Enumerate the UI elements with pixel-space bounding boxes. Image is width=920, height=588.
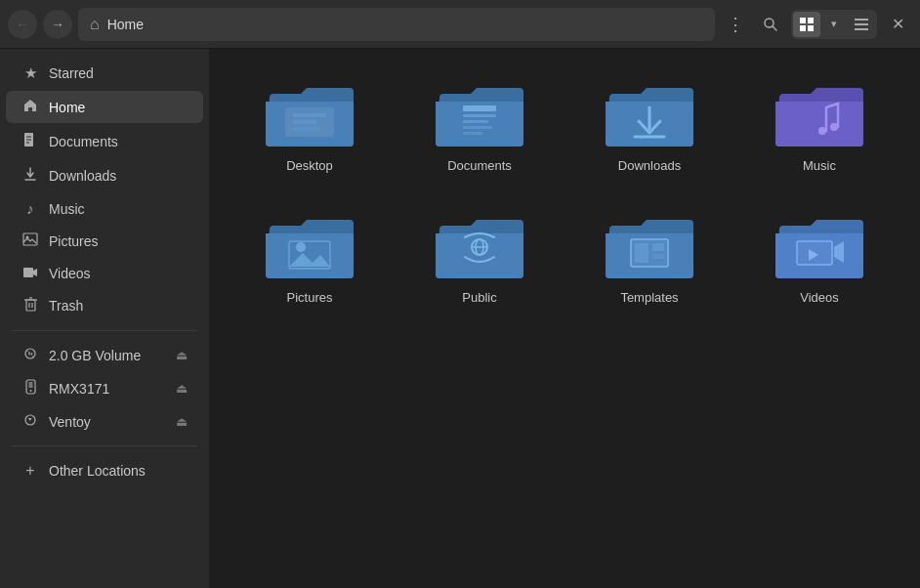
svg-point-24	[29, 390, 31, 392]
sort-button[interactable]: ▾	[820, 12, 848, 37]
sidebar-item-starred-label: Starred	[49, 65, 94, 81]
view-controls: ▾	[791, 10, 877, 39]
forward-button[interactable]: →	[43, 10, 72, 39]
svg-rect-3	[808, 18, 814, 23]
file-item-documents[interactable]: Documents	[402, 68, 557, 185]
svg-point-39	[296, 242, 306, 252]
file-area: Desktop Documents	[209, 49, 920, 588]
trash-icon	[21, 297, 39, 315]
search-button[interactable]	[756, 10, 785, 39]
sidebar-item-ventoy[interactable]: Ventoy ⏏	[6, 406, 203, 437]
folder-music-icon	[775, 80, 863, 150]
eject-volume-button[interactable]: ⏏	[176, 348, 188, 362]
documents-icon	[21, 132, 39, 150]
sidebar-item-starred[interactable]: ★ Starred	[6, 58, 203, 89]
sidebar-item-music-label: Music	[49, 201, 85, 217]
file-label-downloads: Downloads	[618, 158, 681, 173]
svg-rect-32	[463, 120, 488, 123]
sidebar-item-other-locations[interactable]: + Other Locations	[6, 455, 203, 486]
svg-rect-47	[652, 254, 664, 259]
file-label-videos: Videos	[800, 290, 839, 305]
folder-documents-icon	[436, 80, 523, 150]
sidebar-item-trash[interactable]: Trash	[6, 290, 203, 321]
sidebar: ★ Starred Home Documents	[0, 49, 209, 588]
svg-rect-23	[28, 382, 32, 388]
sidebar-item-rmx[interactable]: RMX3171 ⏏	[6, 372, 203, 404]
address-text: Home	[107, 17, 144, 32]
sidebar-item-volume[interactable]: 2.0 GB Volume ⏏	[6, 340, 203, 370]
home-icon	[21, 98, 39, 116]
file-label-templates: Templates	[620, 290, 678, 305]
folder-videos-icon	[775, 212, 863, 282]
sidebar-item-volume-label: 2.0 GB Volume	[49, 348, 141, 363]
file-item-pictures[interactable]: Pictures	[232, 200, 387, 316]
file-item-desktop[interactable]: Desktop	[232, 68, 387, 185]
back-button[interactable]: ←	[8, 10, 37, 39]
downloads-icon	[21, 166, 39, 185]
sidebar-item-home-label: Home	[49, 100, 85, 115]
starred-icon: ★	[21, 64, 39, 82]
svg-line-1	[773, 26, 776, 30]
file-item-templates[interactable]: Templates	[572, 200, 727, 316]
volume-icon	[21, 347, 39, 363]
sidebar-item-videos-label: Videos	[49, 266, 91, 281]
close-button[interactable]: ✕	[883, 10, 912, 39]
svg-point-37	[818, 127, 826, 135]
file-item-public[interactable]: Public	[402, 200, 557, 316]
sidebar-item-pictures[interactable]: Pictures	[6, 226, 203, 256]
home-address-icon: ⌂	[90, 16, 100, 33]
sidebar-item-downloads-label: Downloads	[49, 168, 116, 184]
sidebar-item-documents[interactable]: Documents	[6, 125, 203, 157]
folder-templates-icon	[606, 212, 693, 282]
file-item-music[interactable]: Music	[742, 68, 897, 185]
address-bar: ⌂ Home	[78, 8, 715, 41]
svg-rect-2	[800, 18, 806, 23]
sidebar-item-videos[interactable]: Videos	[6, 258, 203, 288]
svg-rect-30	[463, 105, 496, 111]
svg-rect-13	[23, 233, 37, 245]
list-view-button[interactable]	[848, 12, 875, 37]
file-item-downloads[interactable]: Downloads	[572, 68, 727, 185]
file-label-desktop: Desktop	[286, 158, 333, 173]
sidebar-item-home[interactable]: Home	[6, 91, 203, 123]
svg-rect-33	[463, 126, 492, 129]
grid-view-button[interactable]	[793, 12, 820, 37]
rmx-icon	[21, 379, 39, 398]
file-item-videos[interactable]: Videos	[742, 200, 897, 316]
folder-public-icon	[436, 212, 523, 282]
svg-rect-4	[800, 25, 806, 31]
videos-icon	[21, 265, 39, 281]
sidebar-item-documents-label: Documents	[49, 134, 118, 149]
svg-rect-29	[293, 127, 320, 131]
sidebar-item-other-locations-label: Other Locations	[49, 463, 146, 479]
other-locations-icon: +	[21, 462, 39, 480]
main-content: ★ Starred Home Documents	[0, 49, 920, 588]
sidebar-item-music[interactable]: ♪ Music	[6, 193, 203, 224]
folder-desktop-icon	[266, 80, 354, 150]
svg-rect-15	[23, 268, 33, 277]
folder-pictures-icon	[266, 212, 354, 282]
svg-rect-6	[855, 19, 868, 21]
svg-rect-28	[293, 120, 316, 124]
sidebar-divider-1	[12, 330, 197, 331]
file-label-pictures: Pictures	[287, 290, 333, 305]
eject-ventoy-button[interactable]: ⏏	[176, 414, 188, 429]
eject-rmx-button[interactable]: ⏏	[176, 381, 188, 396]
svg-rect-34	[463, 132, 482, 135]
sidebar-item-trash-label: Trash	[49, 298, 83, 314]
sidebar-item-downloads[interactable]: Downloads	[6, 159, 203, 191]
svg-rect-8	[855, 28, 868, 30]
svg-point-38	[830, 123, 838, 131]
menu-button[interactable]: ⋮	[721, 10, 750, 39]
sidebar-item-pictures-label: Pictures	[49, 233, 99, 249]
file-label-documents: Documents	[447, 158, 512, 173]
music-icon: ♪	[21, 200, 39, 217]
ventoy-icon	[21, 413, 39, 430]
titlebar: ← → ⌂ Home ⋮ ▾ ✕	[0, 0, 920, 49]
svg-rect-27	[293, 113, 326, 117]
svg-rect-31	[463, 114, 496, 117]
file-grid: Desktop Documents	[232, 68, 897, 316]
pictures-icon	[21, 232, 39, 249]
svg-rect-5	[808, 25, 814, 31]
svg-rect-45	[635, 243, 648, 263]
